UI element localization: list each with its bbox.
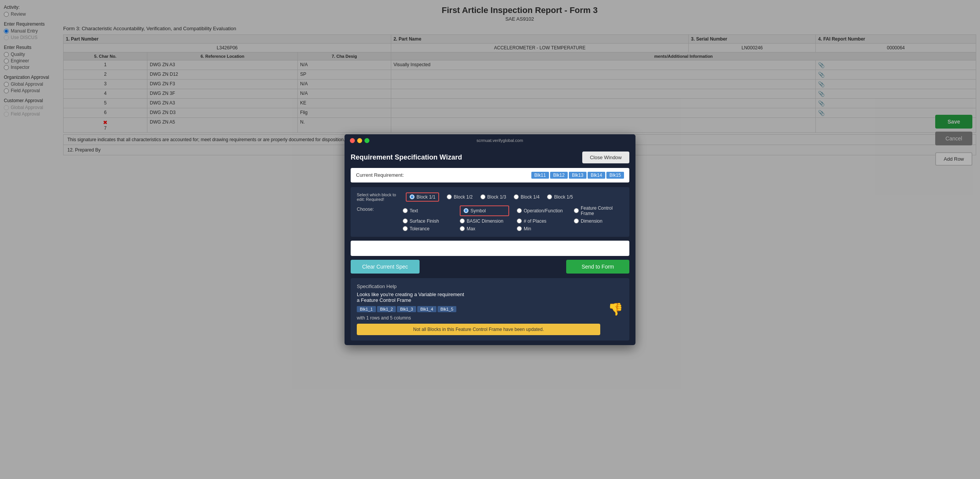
choose-min-option[interactable]: Min [517,226,566,231]
choose-symbol-option[interactable]: Symbol [460,205,509,216]
help-block-5: Blk1_5 [438,306,457,312]
choose-num-places-radio[interactable] [517,218,522,223]
req-block-1: Blk11 [531,172,549,179]
choose-dimension-option[interactable]: Dimension [574,218,623,224]
modal-overlay: scrmuat.verifyglobal.com Requirement Spe… [0,0,980,479]
choose-label: Choose: [357,205,400,212]
clear-current-spec-button[interactable]: Clear Current Spec [351,260,420,274]
req-block-5: Blk15 [606,172,624,179]
choose-surface-finish-radio[interactable] [403,218,408,223]
close-window-button[interactable]: Close Window [582,152,629,163]
help-text-area: Specification Help Looks like you're cre… [357,283,600,335]
block-select-label: Select which block to edit: Required! [357,192,403,202]
input-bar[interactable] [351,241,629,256]
choose-max-label: Max [467,226,475,231]
spec-input[interactable] [355,244,625,249]
req-blocks: Blk11 Blk12 Blk13 Blk14 Blk15 [531,172,624,179]
current-req-label: Current Requirement: [356,172,404,178]
block-select-row: Select which block to edit: Required! Bl… [357,192,623,202]
block-options: Block 1/1 Block 1/2 Block 1/3 Block [406,192,573,202]
help-block-3: Blk1_3 [397,306,416,312]
modal-title: Requirement Specification Wizard [351,153,462,161]
choose-max-option[interactable]: Max [460,226,509,231]
choose-basic-dim-radio[interactable] [460,218,465,223]
choose-text-option[interactable]: Text [403,205,452,216]
modal: scrmuat.verifyglobal.com Requirement Spe… [345,134,635,345]
choose-fcf-radio[interactable] [574,208,579,213]
block-select-section: Select which block to edit: Required! Bl… [351,187,629,237]
block-1-2-option[interactable]: Block 1/2 [447,192,472,202]
help-block-4: Blk1_4 [417,306,436,312]
block-1-4-radio[interactable] [514,194,519,199]
block-1-1-option[interactable]: Block 1/1 [406,192,439,202]
modal-header: Requirement Specification Wizard Close W… [345,147,635,163]
modal-titlebar: scrmuat.verifyglobal.com [345,134,635,147]
choose-op-func-option[interactable]: Operation/Function [517,205,566,216]
send-to-form-button[interactable]: Send to Form [566,260,629,274]
thumbs-down-icon: 👎 [608,283,623,335]
req-block-4: Blk14 [588,172,605,179]
block-1-3-radio[interactable] [480,194,485,199]
choose-min-radio[interactable] [517,226,522,231]
choose-symbol-label: Symbol [470,208,486,213]
help-label: Specification Help [357,283,600,289]
choose-dimension-label: Dimension [581,218,603,224]
choose-text-radio[interactable] [403,208,408,213]
choose-fcf-label: Feature Control Frame [581,205,623,216]
choose-max-radio[interactable] [460,226,465,231]
block-1-5-label: Block 1/5 [554,194,573,200]
help-section: Specification Help Looks like you're cre… [351,278,629,341]
warning-bar: Not all Blocks in this Feature Control F… [357,324,600,335]
choose-num-places-label: # of Places [524,218,546,224]
choose-op-func-radio[interactable] [517,208,522,213]
choose-options: Text Symbol Operation/Function Feat [403,205,623,231]
help-block-1: Blk1_1 [357,306,376,312]
block-1-4-option[interactable]: Block 1/4 [514,192,539,202]
action-buttons: Clear Current Spec Send to Form [351,260,629,274]
choose-basic-dim-label: BASIC Dimension [467,218,503,224]
choose-surface-finish-option[interactable]: Surface Finish [403,218,452,224]
fullscreen-traffic-light[interactable] [364,138,369,143]
choose-symbol-radio[interactable] [464,208,469,213]
block-1-2-label: Block 1/2 [454,194,472,200]
choose-basic-dim-option[interactable]: BASIC Dimension [460,218,509,224]
choose-min-label: Min [524,226,531,231]
block-1-3-label: Block 1/3 [487,194,506,200]
choose-fcf-option[interactable]: Feature Control Frame [574,205,623,216]
close-traffic-light[interactable] [350,138,355,143]
minimize-traffic-light[interactable] [357,138,362,143]
block-1-3-option[interactable]: Block 1/3 [480,192,506,202]
choose-tolerance-radio[interactable] [403,226,408,231]
current-requirement-bar: Current Requirement: Blk11 Blk12 Blk13 B… [351,168,629,182]
choose-surface-finish-label: Surface Finish [410,218,439,224]
traffic-lights [350,138,369,143]
modal-url: scrmuat.verifyglobal.com [369,138,630,143]
block-1-1-label: Block 1/1 [416,194,435,200]
req-block-2: Blk12 [550,172,568,179]
choose-op-func-label: Operation/Function [524,208,563,213]
choose-text-label: Text [410,208,418,213]
block-1-5-radio[interactable] [547,194,552,199]
block-1-2-radio[interactable] [447,194,452,199]
choose-tolerance-label: Tolerance [410,226,430,231]
choose-tolerance-option[interactable]: Tolerance [403,226,452,231]
block-1-5-option[interactable]: Block 1/5 [547,192,573,202]
req-block-3: Blk13 [569,172,586,179]
modal-body: Current Requirement: Blk11 Blk12 Blk13 B… [345,163,635,345]
help-block-2: Blk1_2 [377,306,396,312]
help-blocks: Blk1_1 Blk1_2 Blk1_3 Blk1_4 Blk1_5 [357,306,600,312]
choose-row: Choose: Text Symbol Operation/Functio [357,205,623,231]
choose-num-places-option[interactable]: # of Places [517,218,566,224]
help-line1: Looks like you're creating a Variable re… [357,292,600,303]
block-1-4-label: Block 1/4 [521,194,539,200]
choose-dimension-radio[interactable] [574,218,579,223]
block-1-1-radio[interactable] [410,194,415,199]
help-rows-cols: with 1 rows and 5 columns [357,315,600,321]
